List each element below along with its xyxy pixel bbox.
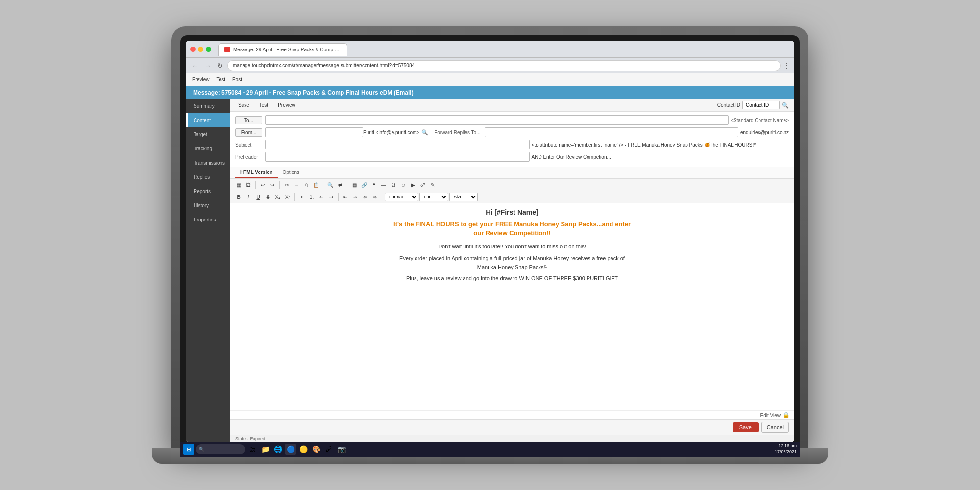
toolbar-underline-icon[interactable]: U <box>254 193 263 201</box>
toolbar-align-right-icon[interactable]: ⇦ <box>361 193 369 201</box>
toolbar-emoticon-icon[interactable]: ☺ <box>399 180 408 189</box>
nav-test[interactable]: Test <box>217 76 225 83</box>
forward-input[interactable] <box>485 127 738 137</box>
browser-tab[interactable]: Message: 29 April - Free Snap Packs & Co… <box>218 43 347 56</box>
toolbar-paste-icon[interactable]: ⎙ <box>302 180 311 189</box>
maximize-button[interactable] <box>206 47 211 52</box>
taskbar-chrome-icon[interactable]: 🌐 <box>272 444 283 455</box>
taskbar-search[interactable]: 🔍 <box>196 444 245 454</box>
toolbar-subscript-icon[interactable]: X₂ <box>273 193 282 201</box>
back-button[interactable]: ← <box>190 62 200 70</box>
toolbar-image-icon[interactable]: 🖼 <box>244 180 253 189</box>
preheader-row: Preheader AND Enter Our Review Competion… <box>235 151 789 162</box>
toolbar-ul-icon[interactable]: • <box>297 193 306 201</box>
toolbar-find-icon[interactable]: 🔍 <box>326 180 335 189</box>
toolbar-superscript-icon[interactable]: X² <box>283 193 292 201</box>
email-preview: Hi [#First Name] It's the FINAL HOURS to… <box>230 203 794 410</box>
toolbar-italic-icon[interactable]: I <box>244 193 253 201</box>
sidebar-item-summary[interactable]: Summary <box>186 99 230 113</box>
toolbar-align-center-icon[interactable]: ⇥ <box>351 193 360 201</box>
subject-input[interactable] <box>265 140 530 149</box>
edit-view-label: Edit View <box>760 413 781 418</box>
toolbar-redo-icon[interactable]: ↪ <box>268 180 277 189</box>
toolbar-source-icon[interactable]: ▦ <box>234 180 243 189</box>
to-button[interactable]: To... <box>235 116 262 124</box>
address-bar[interactable]: manage.touchpointmx.com/at/manager/messa… <box>227 60 781 71</box>
main-content: Save Test Preview Contact ID Contact ID … <box>230 99 794 442</box>
toolbar-align-left-icon[interactable]: ⇤ <box>341 193 350 201</box>
toolbar-bold-icon[interactable]: B <box>234 193 243 201</box>
search-icon[interactable]: 🔍 <box>782 102 789 109</box>
chrome-window-controls <box>190 47 211 52</box>
toolbar-paste-text-icon[interactable]: 📋 <box>312 180 320 189</box>
toolbar-table-icon[interactable]: ▦ <box>350 180 359 189</box>
toolbar-ol-icon[interactable]: 1. <box>307 193 316 201</box>
toolbar-special-icon[interactable]: Ω <box>389 180 398 189</box>
preview-button[interactable]: Preview <box>275 101 298 109</box>
toolbar-cut-icon[interactable]: ✂ <box>282 180 291 189</box>
close-button[interactable] <box>190 47 196 52</box>
font-select[interactable]: Font <box>419 193 448 201</box>
sidebar-item-replies[interactable]: Replies <box>186 170 230 184</box>
toolbar-undo-icon[interactable]: ↩ <box>258 180 267 189</box>
extensions-icon[interactable]: ⋮ <box>784 62 790 69</box>
tab-html-version[interactable]: HTML Version <box>235 167 278 178</box>
toolbar-hr-icon[interactable]: ― <box>379 180 388 189</box>
sidebar-item-transmissions[interactable]: Transmissions <box>186 156 230 170</box>
taskbar-chrome-active-icon[interactable]: 🔵 <box>285 444 296 455</box>
contact-id-select[interactable]: Contact ID <box>742 101 780 109</box>
sidebar-item-content[interactable]: Content <box>186 113 230 127</box>
toolbar-copy-icon[interactable]: ⎓ <box>292 180 301 189</box>
from-button[interactable]: From... <box>235 128 262 137</box>
sidebar-item-tracking[interactable]: Tracking <box>186 142 230 156</box>
taskbar-folder-icon[interactable]: 📁 <box>260 444 270 455</box>
toolbar-align-justify-icon[interactable]: ⇨ <box>370 193 379 201</box>
to-value: <Standard Contact Name> <box>731 118 789 123</box>
editor-tabs: HTML Version Options <box>230 167 794 179</box>
editor-toolbar-row2: B I U S X₂ X² • 1. ⇠ ⇢ ⇤ <box>230 191 794 203</box>
toolbar-sep-6 <box>338 193 339 201</box>
edit-view-bar: Edit View 🔒 <box>230 410 794 419</box>
preheader-input[interactable] <box>265 152 530 162</box>
save-button[interactable]: Save <box>235 101 252 109</box>
toolbar-sep-4 <box>347 181 347 189</box>
taskbar: ⊞ 🔍 🗂 📁 🌐 🔵 🟡 🎨 🖊 📷 12:16 pm 17/05/2021 <box>180 442 800 457</box>
to-input[interactable] <box>265 115 729 125</box>
cancel-action-button[interactable]: Cancel <box>761 422 789 433</box>
taskbar-app2-icon[interactable]: 🎨 <box>311 444 321 455</box>
toolbar-insert-icon[interactable]: 🔗 <box>360 180 368 189</box>
toolbar-spellcheck-icon[interactable]: ✎ <box>428 180 437 189</box>
toolbar-replace-icon[interactable]: ⇄ <box>336 180 344 189</box>
nav-preview[interactable]: Preview <box>192 76 210 83</box>
sidebar-item-history[interactable]: History <box>186 198 230 213</box>
test-button[interactable]: Test <box>256 101 271 109</box>
tab-options[interactable]: Options <box>278 167 304 178</box>
taskbar-app1-icon[interactable]: 🟡 <box>298 444 309 455</box>
refresh-button[interactable]: ↻ <box>216 62 224 70</box>
minimize-button[interactable] <box>198 47 203 52</box>
forward-button[interactable]: → <box>203 62 213 70</box>
lock-icon[interactable]: 🔒 <box>783 412 790 418</box>
app-nav: Preview Test Post <box>186 74 794 86</box>
save-action-button[interactable]: Save <box>733 422 759 432</box>
toolbar-indent-icon[interactable]: ⇢ <box>327 193 336 201</box>
taskbar-app3-icon[interactable]: 🖊 <box>323 444 334 455</box>
toolbar-outdent-icon[interactable]: ⇠ <box>317 193 326 201</box>
search-small-icon[interactable]: 🔍 <box>421 129 428 136</box>
sidebar-item-properties[interactable]: Properties <box>186 213 230 227</box>
from-input[interactable] <box>265 127 363 137</box>
nav-post[interactable]: Post <box>232 76 242 83</box>
taskbar-app4-icon[interactable]: 📷 <box>336 444 347 455</box>
sidebar-item-reports[interactable]: Reports <box>186 184 230 198</box>
sidebar-item-target[interactable]: Target <box>186 127 230 142</box>
size-select[interactable]: Size <box>449 193 478 201</box>
toolbar-media-icon[interactable]: ▶ <box>409 180 417 189</box>
app-header: Message: 575084 - 29 April - Free Snap P… <box>186 86 794 99</box>
start-button[interactable]: ⊞ <box>183 444 194 455</box>
toolbar-blockquote-icon[interactable]: ❝ <box>369 180 378 189</box>
toolbar-template-icon[interactable]: ☍ <box>418 180 427 189</box>
format-select[interactable]: Format <box>385 193 418 201</box>
app-body: Summary Content Target Tracking Transmis <box>186 99 794 442</box>
toolbar-strikethrough-icon[interactable]: S <box>264 193 272 201</box>
taskbar-files-icon[interactable]: 🗂 <box>247 444 258 455</box>
